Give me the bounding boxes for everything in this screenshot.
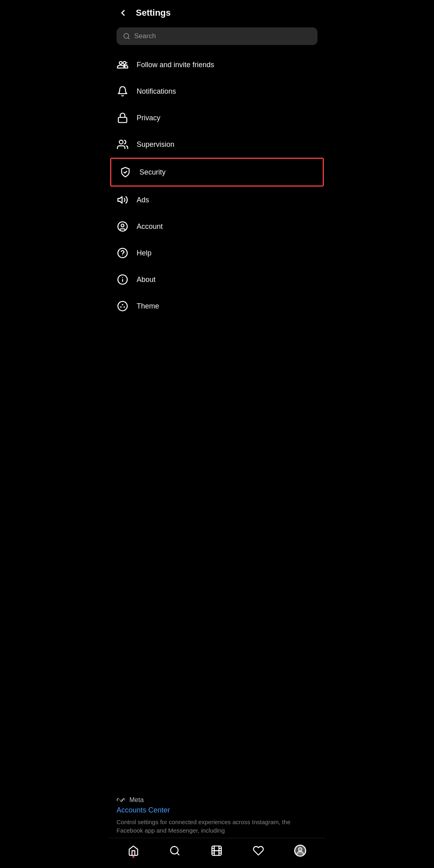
- svg-point-20: [299, 847, 302, 851]
- svg-point-6: [121, 224, 124, 227]
- menu-label-theme: Theme: [137, 302, 159, 311]
- menu-label-follow-invite: Follow and invite friends: [137, 61, 214, 69]
- search-nav-icon: [169, 845, 180, 856]
- menu-item-follow-invite[interactable]: Follow and invite friends: [108, 51, 326, 78]
- menu-item-about[interactable]: About: [108, 266, 326, 293]
- header: Settings: [108, 0, 326, 24]
- menu-label-supervision: Supervision: [137, 140, 174, 149]
- accounts-center-link[interactable]: Accounts Center: [117, 806, 317, 815]
- svg-line-17: [177, 853, 179, 855]
- menu-label-ads: Ads: [137, 196, 149, 204]
- menu-item-notifications[interactable]: Notifications: [108, 78, 326, 105]
- nav-heart[interactable]: [246, 843, 270, 858]
- menu-label-security: Security: [139, 168, 166, 177]
- shield-icon: [119, 166, 131, 178]
- meta-brand-label: Meta: [129, 796, 144, 804]
- search-icon: [123, 33, 130, 40]
- search-placeholder: Search: [134, 32, 156, 40]
- nav-profile[interactable]: [288, 843, 313, 858]
- search-container: Search: [108, 24, 326, 51]
- nav-search[interactable]: [163, 843, 187, 858]
- menu-item-ads[interactable]: Ads: [108, 187, 326, 213]
- svg-point-15: [122, 304, 123, 306]
- profile-avatar[interactable]: [294, 845, 306, 857]
- nav-home[interactable]: [121, 843, 145, 858]
- meta-logo-row: Meta: [117, 796, 317, 804]
- menu-item-privacy[interactable]: Privacy: [108, 105, 326, 131]
- page-title: Settings: [136, 8, 171, 18]
- lock-icon: [117, 112, 129, 124]
- ads-icon: [117, 194, 129, 206]
- svg-rect-2: [119, 117, 127, 123]
- info-icon: [117, 274, 129, 286]
- menu-label-notifications: Notifications: [137, 87, 176, 96]
- bottom-nav: [108, 838, 326, 868]
- menu-label-about: About: [137, 276, 156, 284]
- svg-point-8: [122, 255, 123, 255]
- svg-point-3: [119, 140, 123, 144]
- menu-list: Follow and invite friends Notifications …: [108, 51, 326, 788]
- svg-point-13: [120, 306, 122, 308]
- menu-label-privacy: Privacy: [137, 114, 160, 122]
- nav-reels[interactable]: [205, 843, 229, 858]
- svg-marker-4: [118, 197, 122, 203]
- menu-label-account: Account: [137, 222, 163, 231]
- svg-point-14: [123, 306, 125, 308]
- menu-label-help: Help: [137, 249, 151, 257]
- meta-section: Meta Accounts Center Control settings fo…: [108, 788, 326, 838]
- menu-item-help[interactable]: Help: [108, 240, 326, 266]
- home-notification-dot: [132, 856, 134, 858]
- reels-icon: [211, 845, 222, 856]
- help-icon: [117, 247, 129, 259]
- menu-item-security[interactable]: Security: [110, 158, 324, 187]
- menu-item-theme[interactable]: Theme: [108, 293, 326, 319]
- bell-icon: [117, 85, 129, 97]
- back-button[interactable]: [117, 6, 129, 19]
- meta-logo-icon: [117, 797, 126, 803]
- theme-icon: [117, 300, 129, 312]
- svg-point-12: [118, 301, 127, 311]
- menu-item-supervision[interactable]: Supervision: [108, 131, 326, 158]
- supervision-icon: [117, 138, 129, 150]
- heart-icon: [253, 845, 264, 856]
- account-icon: [117, 220, 129, 232]
- add-person-icon: [117, 59, 129, 71]
- menu-item-account[interactable]: Account: [108, 213, 326, 240]
- home-icon: [128, 845, 139, 856]
- svg-line-1: [128, 37, 129, 39]
- meta-description: Control settings for connected experienc…: [117, 818, 317, 835]
- search-bar[interactable]: Search: [117, 27, 317, 45]
